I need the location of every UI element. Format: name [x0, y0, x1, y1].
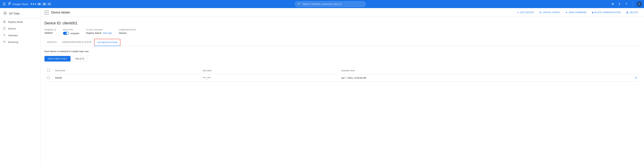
- header-actions: ✏ EDIT DEVICE ⚙ UPDATE CONFIG ➤ SEND COM…: [515, 10, 640, 15]
- update-config-button[interactable]: ⚙ UPDATE CONFIG: [537, 10, 562, 15]
- auth-actions: ADD PUBLIC KEY DELETE: [44, 56, 640, 61]
- nav-tag-2[interactable]: ■: [42, 3, 46, 5]
- svg-rect-2: [4, 27, 5, 29]
- monitoring-icon: [3, 40, 6, 44]
- view-logs-link[interactable]: View logs: [102, 32, 112, 34]
- delete-icon: 🗑: [626, 11, 629, 14]
- notification-btn[interactable]: 2: [616, 1, 622, 7]
- communication-item: Communication Allowed: [119, 29, 136, 35]
- edit-header: [632, 67, 640, 74]
- row-checkbox[interactable]: [47, 76, 50, 79]
- tab-authentication[interactable]: AUTHENTICATION: [94, 39, 120, 46]
- keys-table: Key format Key value Expiration time RS2…: [44, 67, 640, 82]
- communication-value: Allowed: [119, 32, 136, 34]
- tab-config-state[interactable]: CONFIGURATION & STATE: [60, 39, 94, 46]
- avatar[interactable]: C: [636, 1, 642, 7]
- nav-tag-3[interactable]: •: [48, 3, 51, 5]
- help-icon-btn[interactable]: ?: [623, 1, 629, 7]
- gateways-icon: [3, 34, 6, 37]
- registry-icon: ☰: [3, 20, 6, 23]
- numeric-id-label: Numeric ID: [44, 29, 56, 31]
- edit-device-button[interactable]: ✏ EDIT DEVICE: [515, 10, 536, 15]
- nav-dots: [31, 3, 36, 5]
- checkbox-header: [44, 67, 52, 74]
- sidebar: IoT Core ☰ Registry details Devices Gate…: [0, 8, 40, 86]
- menu-icon[interactable]: ☰: [2, 1, 6, 7]
- sidebar-item-monitoring-label: Monitoring: [8, 41, 18, 43]
- delete-button[interactable]: 🗑 DELETE: [624, 10, 640, 15]
- search-bar[interactable]: 🔍: [295, 1, 366, 7]
- key-value-cell: ****_****: [200, 74, 339, 82]
- sidebar-item-monitoring[interactable]: Monitoring: [0, 39, 40, 45]
- expiration-header: Expiration time: [339, 67, 632, 74]
- sidebar-title: IoT Core: [9, 12, 20, 15]
- edit-cell: ✏: [632, 74, 640, 82]
- nav-actions: ✉ 2 ? ⋮ C: [610, 1, 642, 7]
- key-value-header: Key value: [200, 67, 339, 74]
- config-icon: ⚙: [539, 11, 542, 14]
- sidebar-item-gateways[interactable]: Gateways: [0, 32, 40, 39]
- cloud-logging-item: Cloud Logging Registry default View logs: [86, 29, 112, 35]
- page-header: ← Device details ✏ EDIT DEVICE ⚙ UPDATE …: [40, 8, 644, 17]
- communication-label: Communication: [119, 29, 136, 31]
- sidebar-item-devices[interactable]: Devices: [0, 25, 40, 32]
- expiration-cell: Apr 7, 2023, 12:00:00 AM: [339, 74, 632, 82]
- sidebar-item-registry-label: Registry details: [8, 21, 23, 23]
- edit-icon: ✏: [517, 11, 520, 14]
- delete-key-button[interactable]: DELETE: [72, 56, 88, 61]
- add-public-key-button[interactable]: ADD PUBLIC KEY: [44, 56, 70, 61]
- back-icon: ←: [45, 10, 48, 14]
- device-id: Device ID: client001: [44, 21, 640, 25]
- cloud-logo-icon: [8, 2, 12, 6]
- registry-item: Registry emqxtest: [63, 29, 79, 35]
- logo-text: Google Cloud: [12, 3, 28, 5]
- sidebar-item-gateways-label: Gateways: [8, 34, 18, 37]
- edit-key-button[interactable]: ✏: [635, 76, 637, 79]
- devices-icon: [3, 27, 6, 30]
- notification-icon: 2: [618, 2, 620, 6]
- registry-toggle[interactable]: [63, 32, 69, 35]
- send-command-button[interactable]: ➤ SEND COMMAND: [564, 10, 588, 15]
- select-all-checkbox[interactable]: [47, 69, 50, 72]
- iot-core-logo: [3, 11, 8, 16]
- tabs: DETAILS CONFIGURATION & STATE AUTHENTICA…: [44, 39, 640, 46]
- block-icon: ■: [592, 11, 593, 14]
- svg-point-1: [4, 12, 6, 14]
- search-input[interactable]: [302, 3, 363, 5]
- numeric-id-item: Numeric ID 2808597: [44, 29, 56, 35]
- auth-note: Each device is restricted to 3 public ke…: [44, 50, 640, 53]
- nav-tag-1[interactable]: ■: [37, 3, 41, 5]
- sidebar-item-devices-label: Devices: [8, 27, 16, 30]
- key-format-cell: RS256: [52, 74, 200, 82]
- row-checkbox-cell: [44, 74, 52, 82]
- table-row: RS256 ****_**** Apr 7, 2023, 12:00:00 AM…: [44, 74, 640, 82]
- auth-content: Each device is restricted to 3 public ke…: [40, 46, 644, 86]
- tab-details[interactable]: DETAILS: [44, 39, 60, 46]
- google-cloud-logo[interactable]: Google Cloud: [8, 2, 28, 6]
- back-button[interactable]: ←: [44, 10, 48, 15]
- main-content: ← Device details ✏ EDIT DEVICE ⚙ UPDATE …: [40, 8, 644, 86]
- registry-label: Registry: [63, 29, 79, 31]
- sidebar-item-registry[interactable]: ☰ Registry details: [0, 19, 40, 25]
- page-title: Device details: [51, 11, 70, 14]
- mail-icon-btn[interactable]: ✉: [610, 1, 616, 7]
- top-nav: ☰ Google Cloud ■ ■ • 🔍 ✉ 2 ? ⋮ C: [0, 0, 644, 8]
- block-communication-button[interactable]: ■ BLOCK COMMUNICATION: [590, 10, 623, 15]
- svg-point-0: [9, 3, 10, 4]
- svg-point-4: [4, 35, 5, 35]
- registry-value: emqxtest: [63, 32, 79, 35]
- device-content: Device ID: client001 Numeric ID 2808597 …: [40, 17, 644, 46]
- numeric-id-value: 2808597: [44, 32, 56, 34]
- cloud-logging-label: Cloud Logging: [86, 29, 112, 31]
- key-format-header: Key format: [52, 67, 200, 74]
- device-meta: Numeric ID 2808597 Registry emqxtest Clo…: [44, 29, 640, 35]
- cloud-logging-value: Registry default View logs: [86, 32, 112, 34]
- more-icon-btn[interactable]: ⋮: [630, 1, 636, 7]
- sidebar-header: IoT Core: [0, 8, 40, 19]
- search-icon: 🔍: [298, 2, 301, 6]
- send-icon: ➤: [566, 11, 568, 14]
